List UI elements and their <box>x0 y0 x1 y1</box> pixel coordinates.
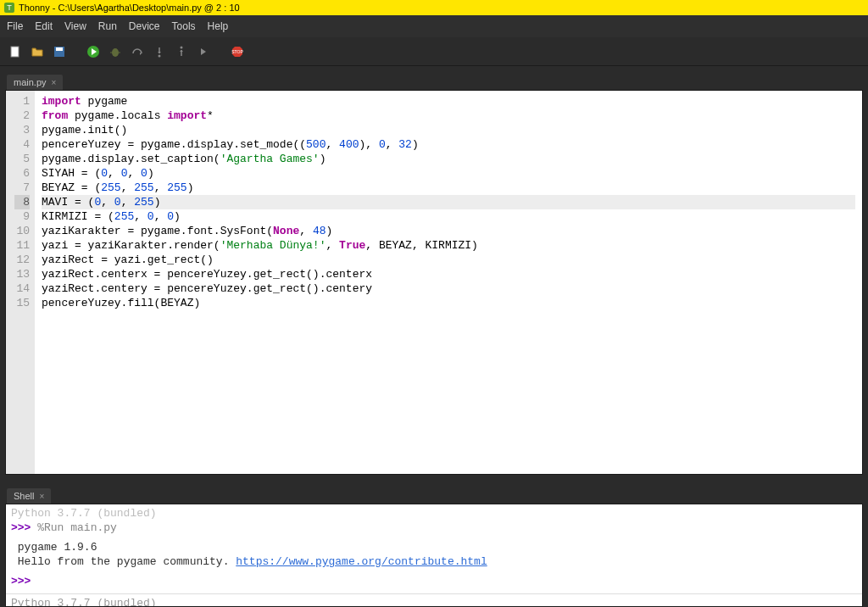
menu-edit[interactable]: Edit <box>35 20 53 32</box>
svg-point-10 <box>181 46 183 48</box>
step-over-button[interactable] <box>129 43 146 60</box>
code-line[interactable]: pygame.display.set_caption('Agartha Game… <box>42 152 855 166</box>
tab-main-py[interactable]: main.py × <box>7 75 63 90</box>
menu-file[interactable]: File <box>7 20 23 32</box>
menu-tools[interactable]: Tools <box>172 20 196 32</box>
step-out-button[interactable] <box>173 43 190 60</box>
code-line[interactable]: import pygame <box>42 94 855 109</box>
svg-rect-4 <box>56 47 63 51</box>
code-line[interactable]: MAVI = (0, 0, 255) <box>42 195 855 209</box>
code-line[interactable]: BEYAZ = (255, 255, 255) <box>42 181 855 195</box>
shell-prompt: >>> <box>11 575 31 588</box>
code-line[interactable]: yaziRect = yazi.get_rect() <box>42 253 855 267</box>
code-area[interactable]: import pygamefrom pygame.locals import*p… <box>35 91 862 474</box>
open-file-button[interactable] <box>29 43 46 60</box>
close-icon[interactable]: × <box>52 78 57 87</box>
svg-rect-2 <box>11 47 19 57</box>
step-into-button[interactable] <box>151 43 168 60</box>
menu-bar: FileEditViewRunDeviceToolsHelp <box>0 15 868 37</box>
tab-label: Shell <box>14 491 34 501</box>
title-bar: T Thonny - C:\Users\Agartha\Desktop\main… <box>0 0 868 15</box>
shell-output: pygame 1.9.6 <box>11 540 857 554</box>
shell-version: Python 3.7.7 (bundled) <box>11 596 857 607</box>
menu-device[interactable]: Device <box>129 20 160 32</box>
code-line[interactable]: yazi = yaziKarakter.render('Merhaba Düny… <box>42 238 855 253</box>
menu-view[interactable]: View <box>64 20 86 32</box>
shell-tabs: Shell × <box>0 485 868 504</box>
run-button[interactable] <box>85 43 102 60</box>
code-line[interactable]: pygame.init() <box>42 123 855 137</box>
shell-line: >>> <box>11 574 857 588</box>
save-file-button[interactable] <box>51 43 68 60</box>
code-line[interactable]: from pygame.locals import* <box>42 109 855 123</box>
svg-point-9 <box>159 54 161 57</box>
line-gutter: 123456789101112131415 <box>6 91 35 474</box>
menu-help[interactable]: Help <box>208 20 229 32</box>
code-line[interactable]: yaziKarakter = pygame.font.SysFont(None,… <box>42 224 855 238</box>
app-icon: T <box>3 2 15 14</box>
shell-output: Hello from the pygame community. https:/… <box>11 554 857 569</box>
code-editor[interactable]: 123456789101112131415 import pygamefrom … <box>5 90 863 475</box>
tab-label: main.py <box>14 77 47 87</box>
code-line[interactable]: pencereYuzey.fill(BEYAZ) <box>42 296 855 310</box>
debug-button[interactable] <box>107 43 124 60</box>
shell-faded-header: Python 3.7.7 (bundled) <box>11 506 857 521</box>
shell-command: %Run main.py <box>37 521 117 534</box>
shell-panel[interactable]: Python 3.7.7 (bundled) >>> %Run main.py … <box>5 504 863 607</box>
code-line[interactable]: KIRMIZI = (255, 0, 0) <box>42 209 855 224</box>
svg-point-6 <box>112 48 119 57</box>
pygame-contribute-link[interactable]: https://www.pygame.org/contribute.html <box>236 555 487 568</box>
resume-button[interactable] <box>195 43 212 60</box>
shell-prompt: >>> <box>11 521 31 534</box>
code-line[interactable]: yaziRect.centerx = pencereYuzey.get_rect… <box>42 267 855 281</box>
menu-run[interactable]: Run <box>98 20 117 32</box>
code-line[interactable]: SIYAH = (0, 0, 0) <box>42 166 855 181</box>
toolbar: STOP <box>0 37 868 66</box>
svg-text:STOP: STOP <box>231 49 243 54</box>
code-line[interactable]: pencereYuzey = pygame.display.set_mode((… <box>42 137 855 152</box>
code-line[interactable]: yaziRect.centery = pencereYuzey.get_rect… <box>42 281 855 296</box>
shell-line: >>> %Run main.py <box>11 521 857 535</box>
editor-tabs: main.py × <box>0 70 868 90</box>
close-icon[interactable]: × <box>39 492 44 501</box>
svg-text:T: T <box>7 3 12 12</box>
window-title: Thonny - C:\Users\Agartha\Desktop\main.p… <box>19 3 240 13</box>
tab-shell[interactable]: Shell × <box>7 488 51 504</box>
stop-button[interactable]: STOP <box>229 43 246 60</box>
new-file-button[interactable] <box>7 43 24 60</box>
